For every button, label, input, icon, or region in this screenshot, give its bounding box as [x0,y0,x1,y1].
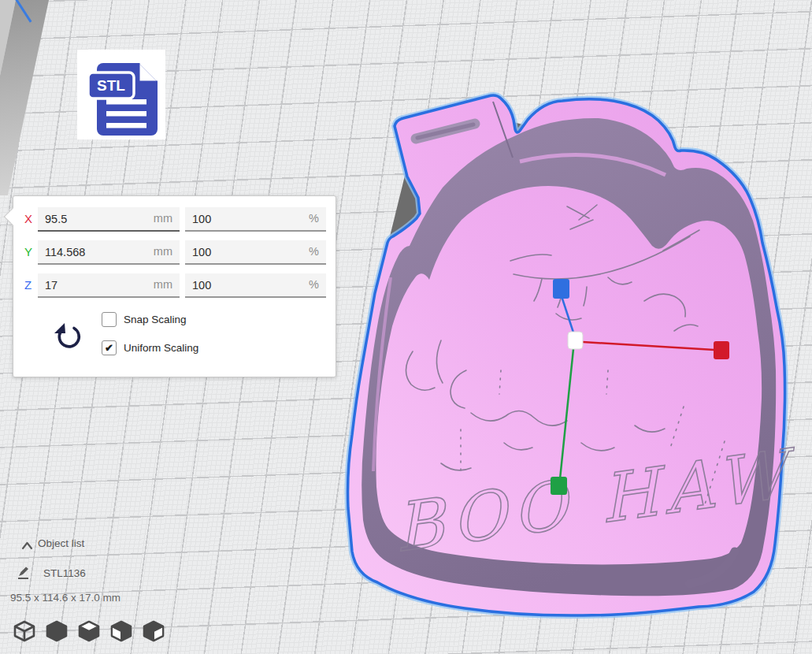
object-list-panel: Object list STL1136 95.5 x 114.6 x 17.0 … [0,533,205,611]
z-size-field[interactable]: mm [38,273,180,298]
document-line [106,111,146,117]
reset-arrow-head [54,323,65,333]
axis-z-label: Z [24,278,39,292]
object-list-item[interactable]: STL1136 [43,567,86,579]
cube-solid-icon [45,619,69,643]
edit-pencil-icon [17,566,30,583]
cube-top-face-icon [77,619,101,643]
gizmo-center-handle[interactable] [568,332,583,349]
view-top-button[interactable] [77,619,101,643]
z-percent-input[interactable] [185,273,326,296]
collapse-chevron-icon[interactable] [21,539,33,553]
object-list-header[interactable]: Object list [38,537,84,549]
scale-row-y: Y mm % [13,240,336,263]
x-percent-field[interactable]: % [185,207,326,232]
stl-badge-label: STL [97,77,125,94]
document-line [106,123,146,128]
y-size-input[interactable] [38,240,180,263]
document-fold [139,63,158,82]
x-size-input[interactable] [38,207,180,230]
slicer-viewport: BOO HAW STL X [0,0,812,654]
view-left-button[interactable] [109,619,133,643]
uniform-scaling-checkbox[interactable]: ✔ [102,340,117,355]
y-percent-input[interactable] [185,240,326,263]
view-front-button[interactable] [45,619,69,643]
gizmo-x-handle[interactable] [714,341,729,359]
gizmo-y-handle[interactable] [551,477,567,495]
axis-x-label: X [24,212,39,225]
x-size-field[interactable]: mm [38,207,180,232]
snap-scaling-checkbox[interactable] [102,312,117,327]
camera-view-toolbar [13,619,165,645]
gizmo-z-handle[interactable] [553,279,569,299]
y-size-field[interactable]: mm [38,240,180,265]
view-3d-button[interactable] [13,619,36,643]
z-size-input[interactable] [38,273,180,296]
axis-y-label: Y [24,245,39,258]
scale-row-z: Z mm % [13,273,336,296]
uniform-scaling-label: Uniform Scaling [124,342,198,354]
reset-scale-button[interactable] [51,321,86,352]
stl-file-icon: STL [77,50,165,139]
y-percent-field[interactable]: % [185,240,326,265]
scale-tool-panel: X mm % Y mm % Z mm [13,195,336,377]
cube-wireframe-icon [13,619,36,643]
z-percent-field[interactable]: % [185,273,326,298]
cube-right-face-icon [142,619,165,643]
document-line [106,99,146,105]
view-right-button[interactable] [142,619,165,643]
scale-row-x: X mm % [13,207,336,230]
x-percent-input[interactable] [185,207,326,230]
cube-left-face-icon [109,619,133,643]
snap-scaling-label: Snap Scaling [124,314,187,325]
model-dimensions: 95.5 x 114.6 x 17.0 mm [10,592,121,604]
